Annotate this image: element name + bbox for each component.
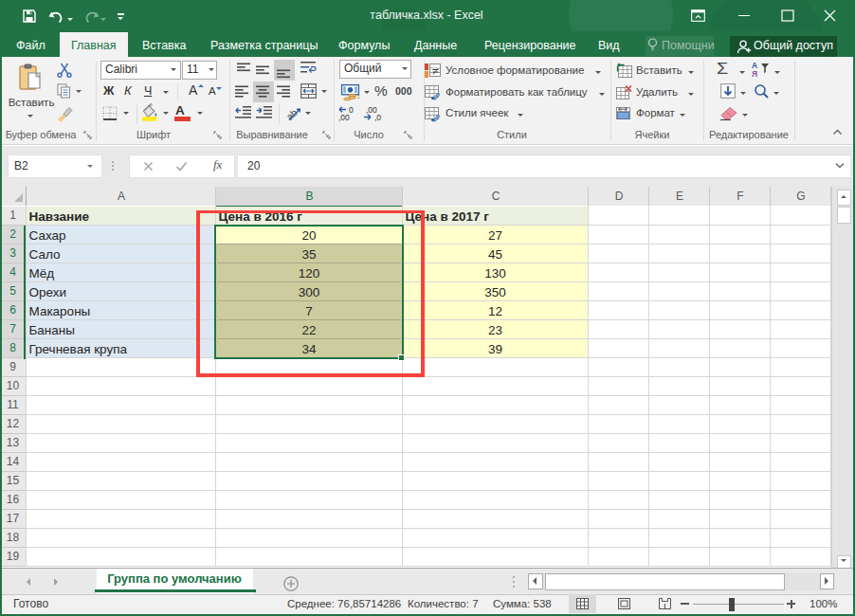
svg-text:Я: Я — [752, 69, 757, 79]
svg-text:,0: ,0 — [374, 113, 381, 122]
svg-text:,00: ,00 — [338, 113, 350, 122]
